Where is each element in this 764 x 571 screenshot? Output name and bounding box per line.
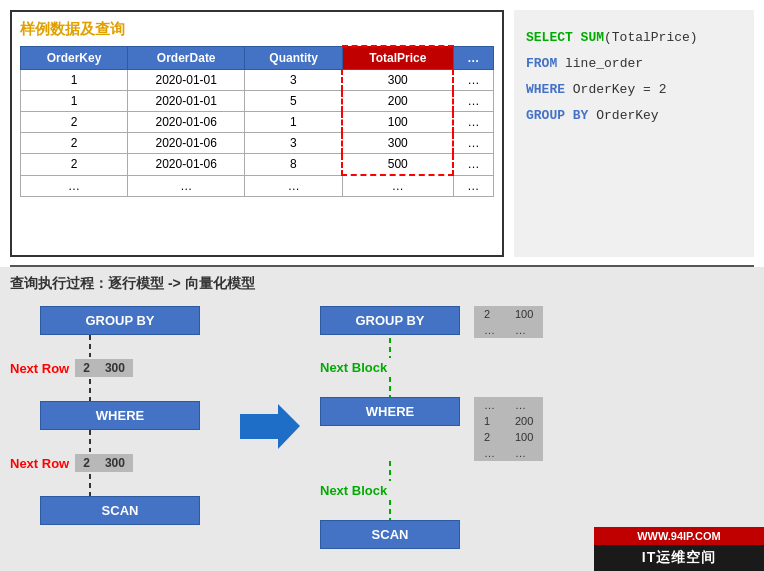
top-section: 样例数据及查询 OrderKey OrderDate Quantity Tota… — [0, 0, 764, 265]
watermark-name: IT运维空间 — [594, 545, 764, 571]
next-row-2-label: Next Row — [10, 456, 69, 471]
sql-line4: GROUP BY OrderKey — [526, 103, 742, 129]
right-dashed-4 — [320, 500, 460, 520]
block-top-row-2: … … — [474, 322, 543, 338]
groupby-box-wrapper: GROUP BY — [10, 306, 230, 335]
groupby-box: GROUP BY — [40, 306, 200, 335]
right-scan-wrapper: SCAN — [320, 520, 460, 549]
td-orderdate: 2020-01-01 — [127, 91, 245, 112]
dashed-line-3 — [10, 430, 170, 452]
block-mid-val-4: 200 — [505, 413, 543, 429]
td-orderdate: 2020-01-06 — [127, 154, 245, 176]
td-quantity: 1 — [245, 112, 342, 133]
td-orderkey: 2 — [21, 112, 128, 133]
th-quantity: Quantity — [245, 46, 342, 70]
td-orderkey: 1 — [21, 91, 128, 112]
block-mid-row-2: 1 200 — [474, 413, 543, 429]
next-row-2: Next Row 2 300 — [10, 454, 230, 472]
table-header-row: OrderKey OrderDate Quantity TotalPrice … — [21, 46, 494, 70]
th-ellipsis: … — [453, 46, 493, 70]
block-top-table: 2 100 … … — [474, 306, 543, 338]
right-groupby-row: GROUP BY 2 100 … … — [320, 306, 630, 338]
right-groupby-col: GROUP BY — [320, 306, 460, 335]
td-orderkey: 2 — [21, 133, 128, 154]
td-totalprice: 300 — [342, 70, 453, 91]
watermark-url: WWW.94IP.COM — [594, 527, 764, 545]
block-mid-row-1: … … — [474, 397, 543, 413]
bottom-title: 查询执行过程：逐行模型 -> 向量化模型 — [10, 275, 754, 293]
row-data-2: 2 300 — [75, 454, 133, 472]
block-mid-val-2: … — [505, 397, 543, 413]
right-dashed-3 — [320, 461, 460, 481]
row-data-2-key: 2 — [83, 456, 90, 470]
td-orderdate: 2020-01-06 — [127, 112, 245, 133]
right-where-col: WHERE — [320, 397, 460, 426]
td-orderdate: 2020-01-06 — [127, 133, 245, 154]
right-dashed-1 — [320, 338, 460, 358]
td-quantity: … — [245, 175, 342, 197]
right-where-box: WHERE — [320, 397, 460, 426]
td-ellipsis: … — [453, 175, 493, 197]
block-mid-row-3: 2 100 — [474, 429, 543, 445]
block-top-val-1: 2 — [474, 306, 505, 322]
where-box-wrapper: WHERE — [10, 401, 230, 430]
td-totalprice: 300 — [342, 133, 453, 154]
td-ellipsis: … — [453, 91, 493, 112]
where-box: WHERE — [40, 401, 200, 430]
row-data-1-key: 2 — [83, 361, 90, 375]
block-mid-val-1: … — [474, 397, 505, 413]
block-data-top: 2 100 … … — [474, 306, 543, 338]
block-top-val-2: 100 — [505, 306, 543, 322]
block-top-val-3: … — [474, 322, 505, 338]
td-ellipsis: … — [453, 154, 493, 176]
td-quantity: 3 — [245, 70, 342, 91]
row-data-2-val: 300 — [105, 456, 125, 470]
arrow-svg — [240, 404, 300, 449]
next-block-2: Next Block — [320, 483, 630, 498]
right-where-row: WHERE … … 1 200 — [320, 397, 630, 461]
data-table: OrderKey OrderDate Quantity TotalPrice …… — [20, 45, 494, 197]
td-orderdate: … — [127, 175, 245, 197]
block-mid-val-8: … — [505, 445, 543, 461]
sql-panel: SELECT SUM(TotalPrice) FROM line_order W… — [514, 10, 754, 257]
exec-left-model: GROUP BY Next Row 2 300 — [10, 306, 230, 546]
scan-box-wrapper: SCAN — [10, 496, 230, 525]
td-totalprice: … — [342, 175, 453, 197]
td-orderdate: 2020-01-01 — [127, 70, 245, 91]
table-row: 2 2020-01-06 3 300 … — [21, 133, 494, 154]
left-panel: 样例数据及查询 OrderKey OrderDate Quantity Tota… — [10, 10, 504, 257]
td-ellipsis: … — [453, 70, 493, 91]
table-row: 1 2020-01-01 3 300 … — [21, 70, 494, 91]
next-row-1-label: Next Row — [10, 361, 69, 376]
td-orderkey: … — [21, 175, 128, 197]
td-totalprice: 200 — [342, 91, 453, 112]
td-totalprice: 500 — [342, 154, 453, 176]
block-mid-val-3: 1 — [474, 413, 505, 429]
td-quantity: 3 — [245, 133, 342, 154]
dashed-line-1 — [10, 335, 170, 357]
table-row: … … … … … — [21, 175, 494, 197]
table-row: 1 2020-01-01 5 200 … — [21, 91, 494, 112]
block-mid-val-6: 100 — [505, 429, 543, 445]
main-container: 样例数据及查询 OrderKey OrderDate Quantity Tota… — [0, 0, 764, 571]
row-data-1: 2 300 — [75, 359, 133, 377]
next-block-1-label: Next Block — [320, 360, 387, 375]
next-block-2-label: Next Block — [320, 483, 387, 498]
td-orderkey: 2 — [21, 154, 128, 176]
td-orderkey: 1 — [21, 70, 128, 91]
right-scan-box: SCAN — [320, 520, 460, 549]
svg-marker-0 — [240, 404, 300, 449]
block-mid-val-7: … — [474, 445, 505, 461]
sql-line3: WHERE OrderKey = 2 — [526, 77, 742, 103]
row-data-1-val: 300 — [105, 361, 125, 375]
transition-arrow — [235, 404, 305, 449]
block-top-val-4: … — [505, 322, 543, 338]
right-dashed-2 — [320, 377, 460, 397]
sql-line2: FROM line_order — [526, 51, 742, 77]
block-mid-table: … … 1 200 2 100 — [474, 397, 543, 461]
td-quantity: 5 — [245, 91, 342, 112]
th-totalprice: TotalPrice — [342, 46, 453, 70]
right-groupby-box: GROUP BY — [320, 306, 460, 335]
section-title: 样例数据及查询 — [20, 20, 494, 39]
block-mid-val-5: 2 — [474, 429, 505, 445]
